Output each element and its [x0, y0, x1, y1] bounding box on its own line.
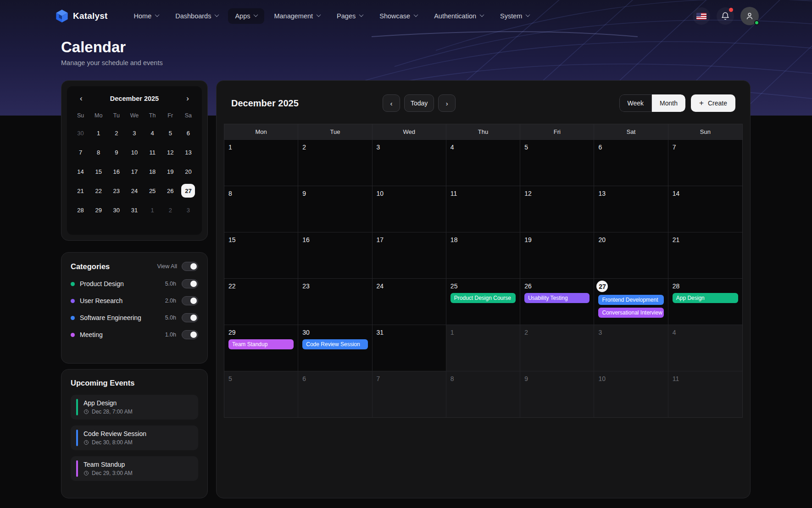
language-flag-button[interactable]	[693, 7, 710, 25]
day-cell-13[interactable]: 13	[594, 186, 668, 232]
day-cell-22[interactable]: 22	[224, 278, 298, 325]
mini-day-30[interactable]: 30	[72, 124, 89, 142]
mini-day-3[interactable]: 3	[125, 124, 143, 142]
event-pill-usability-testing[interactable]: Usability Testing	[524, 293, 590, 303]
mini-day-2[interactable]: 2	[161, 201, 179, 219]
day-cell-21[interactable]: 21	[668, 232, 742, 278]
mini-day-25[interactable]: 25	[144, 182, 161, 199]
category-toggle-meeting[interactable]	[182, 330, 198, 339]
notifications-button[interactable]	[717, 7, 734, 25]
mini-day-1[interactable]: 1	[89, 124, 107, 142]
mini-day-20[interactable]: 20	[179, 163, 197, 180]
mini-day-6[interactable]: 6	[179, 124, 197, 142]
day-cell-31[interactable]: 31	[373, 325, 446, 371]
day-cell-8[interactable]: 8	[224, 186, 298, 232]
mini-day-19[interactable]: 19	[161, 163, 179, 180]
mini-prev-month-button[interactable]: ‹	[76, 93, 86, 104]
nav-item-showcase[interactable]: Showcase	[373, 8, 424, 24]
day-cell-25[interactable]: 25Product Design Course	[446, 278, 520, 325]
nav-item-management[interactable]: Management	[267, 8, 327, 24]
mini-day-26[interactable]: 26	[161, 182, 179, 199]
day-cell-24[interactable]: 24	[373, 278, 446, 325]
mini-day-23[interactable]: 23	[107, 182, 125, 199]
day-cell-27[interactable]: 27Frontend DevelopmentConversational Int…	[594, 278, 668, 325]
mini-day-18[interactable]: 18	[144, 163, 161, 180]
brand[interactable]: Katalyst	[55, 9, 108, 23]
day-cell-12[interactable]: 12	[520, 186, 594, 232]
day-cell-15[interactable]: 15	[224, 232, 298, 278]
day-cell-26[interactable]: 26Usability Testing	[520, 278, 594, 325]
upcoming-event-team-standup[interactable]: Team StandupDec 29, 3:00 AM	[71, 456, 198, 481]
day-cell-5-other[interactable]: 5	[224, 371, 298, 417]
nav-item-pages[interactable]: Pages	[330, 8, 370, 24]
category-toggle-product-design[interactable]	[182, 279, 198, 288]
month-view-button[interactable]: Month	[652, 94, 685, 112]
day-cell-4[interactable]: 4	[446, 139, 520, 186]
day-cell-19[interactable]: 19	[520, 232, 594, 278]
mini-day-28[interactable]: 28	[72, 201, 89, 219]
day-cell-23[interactable]: 23	[298, 278, 372, 325]
day-cell-6[interactable]: 6	[594, 139, 668, 186]
day-cell-7-other[interactable]: 7	[373, 371, 446, 417]
event-pill-conversational-interview[interactable]: Conversational Interview	[598, 308, 663, 318]
day-cell-7[interactable]: 7	[668, 139, 742, 186]
nav-item-home[interactable]: Home	[127, 8, 166, 24]
mini-day-13[interactable]: 13	[179, 144, 197, 161]
mini-day-29[interactable]: 29	[89, 201, 107, 219]
mini-day-9[interactable]: 9	[107, 144, 125, 161]
create-event-button[interactable]: + Create	[691, 94, 735, 112]
day-cell-11-other[interactable]: 11	[668, 371, 742, 417]
mini-day-7[interactable]: 7	[72, 144, 89, 161]
day-cell-29[interactable]: 29Team Standup	[224, 325, 298, 371]
day-cell-10[interactable]: 10	[373, 186, 446, 232]
next-period-button[interactable]: ›	[438, 94, 456, 112]
day-cell-28[interactable]: 28App Design	[668, 278, 742, 325]
day-cell-17[interactable]: 17	[373, 232, 446, 278]
day-cell-2-other[interactable]: 2	[520, 325, 594, 371]
mini-day-30[interactable]: 30	[107, 201, 125, 219]
day-cell-18[interactable]: 18	[446, 232, 520, 278]
event-pill-frontend-development[interactable]: Frontend Development	[598, 295, 663, 305]
day-cell-10-other[interactable]: 10	[594, 371, 668, 417]
day-cell-3[interactable]: 3	[373, 139, 446, 186]
mini-day-4[interactable]: 4	[144, 124, 161, 142]
mini-day-14[interactable]: 14	[72, 163, 89, 180]
day-cell-1-other[interactable]: 1	[446, 325, 520, 371]
mini-day-1[interactable]: 1	[144, 201, 161, 219]
day-cell-5[interactable]: 5	[520, 139, 594, 186]
view-all-toggle[interactable]	[182, 262, 198, 271]
nav-item-dashboards[interactable]: Dashboards	[168, 8, 225, 24]
event-pill-app-design[interactable]: App Design	[673, 293, 738, 303]
prev-period-button[interactable]: ‹	[383, 94, 400, 112]
day-cell-2[interactable]: 2	[298, 139, 372, 186]
day-cell-20[interactable]: 20	[594, 232, 668, 278]
category-toggle-software-engineering[interactable]	[182, 313, 198, 322]
event-pill-team-standup[interactable]: Team Standup	[228, 339, 294, 349]
mini-day-5[interactable]: 5	[161, 124, 179, 142]
user-avatar-button[interactable]	[740, 7, 759, 25]
category-toggle-user-research[interactable]	[182, 296, 198, 305]
upcoming-event-app-design[interactable]: App DesignDec 28, 7:00 AM	[71, 395, 198, 420]
mini-day-8[interactable]: 8	[89, 144, 107, 161]
mini-day-2[interactable]: 2	[107, 124, 125, 142]
event-pill-code-review-session[interactable]: Code Review Session	[302, 339, 367, 349]
mini-day-10[interactable]: 10	[125, 144, 143, 161]
mini-day-22[interactable]: 22	[89, 182, 107, 199]
day-cell-3-other[interactable]: 3	[594, 325, 668, 371]
mini-day-15[interactable]: 15	[89, 163, 107, 180]
day-cell-8-other[interactable]: 8	[446, 371, 520, 417]
day-cell-6-other[interactable]: 6	[298, 371, 372, 417]
mini-day-11[interactable]: 11	[144, 144, 161, 161]
mini-day-17[interactable]: 17	[125, 163, 143, 180]
nav-item-apps[interactable]: Apps	[228, 8, 264, 24]
week-view-button[interactable]: Week	[619, 94, 652, 112]
nav-item-system[interactable]: System	[493, 8, 536, 24]
mini-day-24[interactable]: 24	[125, 182, 143, 199]
day-cell-9[interactable]: 9	[298, 186, 372, 232]
mini-day-27[interactable]: 27	[179, 182, 197, 199]
upcoming-event-code-review-session[interactable]: Code Review SessionDec 30, 8:00 AM	[71, 425, 198, 450]
event-pill-product-design-course[interactable]: Product Design Course	[450, 293, 516, 303]
day-cell-4-other[interactable]: 4	[668, 325, 742, 371]
mini-next-month-button[interactable]: ›	[183, 93, 193, 104]
nav-item-authentication[interactable]: Authentication	[427, 8, 490, 24]
